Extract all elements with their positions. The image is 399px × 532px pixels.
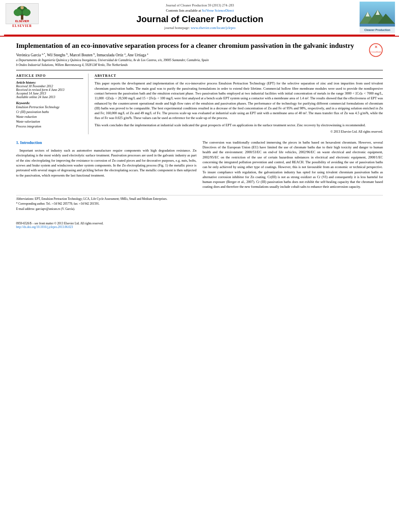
svg-text:ELSEVIER: ELSEVIER [15,20,29,23]
intro-col1-p1: Important sectors of industry such as au… [16,148,197,178]
journal-center: Journal of Cleaner Production 59 (2013) … [40,2,360,31]
info-abstract-section: ARTICLE INFO Article history: Received 3… [16,74,383,134]
intro-col2-p1: The conversion was traditionally conduct… [203,140,383,189]
keywords-label: Keywords: [16,101,83,105]
main-content: Implementation of an eco-innovative sepa… [0,37,399,216]
footer-doi: http://dx.doi.org/10.1016/j.jclepro.2013… [16,225,383,229]
svg-point-3 [23,9,31,16]
journal-homepage: journal homepage: www.elsevier.com/locat… [44,26,356,30]
abstract-paragraph-2: This work concludes that the implementat… [95,123,383,127]
elsevier-logo-svg: ELSEVIER [6,4,38,24]
intro-heading-text: Introduction [20,140,42,145]
abstract-text: This paper reports the development and i… [95,81,383,134]
sciverse-link[interactable]: SciVerse ScienceDirect [202,8,234,12]
footnotes-area: Abbreviations: EPT, Emulsion Pertraction… [16,195,383,212]
email-note: E-mail address: garciapv@unican.es (V. G… [16,207,383,212]
accepted-date: Accepted 14 June 2013 [16,92,83,95]
page: ELSEVIER ELSEVIER Journal of Cleaner Pro… [0,0,399,532]
svg-text:CrossMark: CrossMark [370,51,381,53]
keywords-group: Keywords: Emulsion Pertraction Technolog… [16,101,83,129]
introduction-section: 1. Introduction Important sectors of ind… [16,140,383,192]
abbreviations-note: Abbreviations: EPT, Emulsion Pertraction… [16,197,383,201]
keyword-5: Process integration [16,124,83,129]
intro-heading: 1. Introduction [16,140,197,146]
crossmark-badge: ✕ CrossMark [369,43,383,57]
footer-doi-link[interactable]: http://dx.doi.org/10.1016/j.jclepro.2013… [16,225,73,229]
svg-text:✕: ✕ [374,45,378,49]
intro-col-right: The conversion was traditionally conduct… [203,140,383,192]
abstract-column: ABSTRACT This paper reports the developm… [95,74,383,134]
article-title: Implementation of an eco-innovative sepa… [16,41,365,50]
affiliation-b: b Ondeo Industrial Solutions, Willem Bar… [16,63,365,67]
svg-text:Cleaner Production: Cleaner Production [364,29,391,31]
history-label: Article history: [16,81,83,84]
cleaner-production-logo-svg: Cleaner Production [360,2,395,33]
keyword-4: Waste valorization [16,119,83,124]
authors: Verónica García a,*, Wil Steeghs b, Marc… [16,52,365,57]
intro-number: 1. [16,140,19,145]
homepage-prefix: journal homepage: [165,26,191,30]
keyword-2: Cr (III) passivation baths [16,110,83,115]
footer-issn: 0959-6526/$ – see front matter © 2013 El… [16,222,383,225]
svg-rect-4 [21,15,23,20]
journal-name-main: Journal of Cleaner Production [44,14,356,25]
abstract-paragraph-1: This paper reports the development and i… [95,81,383,121]
elsevier-logo: ELSEVIER ELSEVIER [4,2,40,28]
available-date: Available online 24 June 2013 [16,95,83,99]
header-red-divider [4,35,395,36]
elsevier-brand-text: ELSEVIER [12,24,32,28]
abstract-label: ABSTRACT [95,74,383,79]
affiliation-a: a Departamento de Ingeniería Química y Q… [16,58,365,62]
keyword-1: Emulsion Pertraction Technology [16,105,83,110]
crossmark-svg: ✕ CrossMark [369,43,383,57]
article-info-column: ARTICLE INFO Article history: Received 3… [16,74,88,134]
title-authors-block: Implementation of an eco-innovative sepa… [16,41,365,67]
introduction-body: 1. Introduction Important sectors of ind… [16,140,383,192]
homepage-link[interactable]: www.elsevier.com/locate/jclepro [191,26,235,30]
cleaner-production-logo: Cleaner Production [360,2,395,33]
intro-col-left: 1. Introduction Important sectors of ind… [16,140,197,192]
author-names: Verónica García a,*, Wil Steeghs b, Marc… [16,53,148,57]
intro-section-heading: 1. Introduction [16,140,42,145]
journal-citation: Journal of Cleaner Production 59 (2013) … [44,3,356,7]
received-date: Received 30 November 2012 [16,84,83,88]
keywords-list: Emulsion Pertraction Technology Cr (III)… [16,105,83,129]
article-info-label: ARTICLE INFO [16,74,83,79]
contents-line: Contents lists available at SciVerse Sci… [44,8,356,12]
keyword-3: Waste reduction [16,115,83,119]
elsevier-logo-box: ELSEVIER [6,3,39,24]
svg-point-2 [14,9,22,16]
revised-date: Received in revised form 4 June 2013 [16,88,83,92]
journal-top-bar: ELSEVIER ELSEVIER Journal of Cleaner Pro… [4,2,395,33]
article-history: Article history: Received 30 November 20… [16,81,83,99]
footer-info: 0959-6526/$ – see front matter © 2013 El… [0,220,399,230]
contents-prefix: Contents lists available at [166,8,202,12]
article-title-section: Implementation of an eco-innovative sepa… [16,41,383,70]
journal-header: ELSEVIER ELSEVIER Journal of Cleaner Pro… [0,0,399,37]
corresponding-note: * Corresponding author. Tel.: +34 942 20… [16,202,383,206]
svg-point-5 [21,6,24,9]
copyright-line: © 2013 Elsevier Ltd. All rights reserved… [95,129,383,134]
